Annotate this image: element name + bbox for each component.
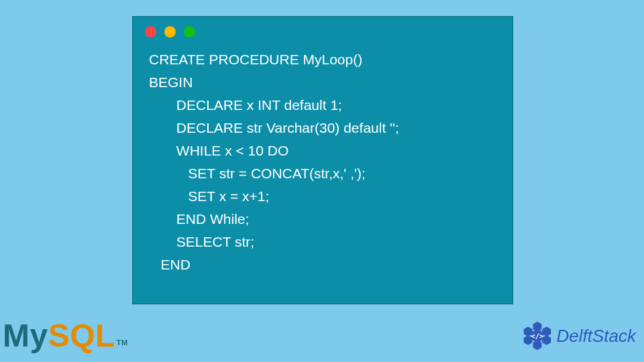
minimize-icon [164,26,176,38]
mysql-logo: MySQLTM [3,317,127,354]
maximize-icon [184,26,195,38]
close-icon [145,26,156,38]
delftstack-logo: </> DelftStack [522,320,637,351]
delftstack-icon: </> [522,320,553,351]
svg-marker-1 [542,326,551,337]
window-controls [133,17,513,43]
svg-text:</>: </> [531,333,543,340]
code-block: CREATE PROCEDURE MyLoop() BEGIN DECLARE … [133,43,513,276]
mysql-logo-sql: SQL [48,318,115,353]
code-window: CREATE PROCEDURE MyLoop() BEGIN DECLARE … [132,16,513,304]
mysql-logo-tm: TM [117,339,128,347]
svg-marker-2 [542,335,551,345]
delftstack-text: DelftStack [557,326,637,347]
mysql-logo-my: My [3,318,48,353]
